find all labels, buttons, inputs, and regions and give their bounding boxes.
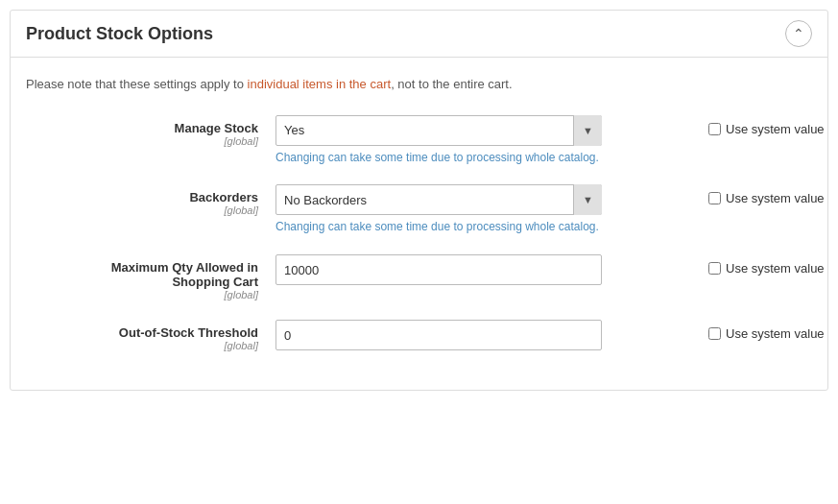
max-qty-label-col: Maximum Qty Allowed inShopping Cart [glo…: [26, 254, 275, 300]
backorders-select[interactable]: No Backorders Allow Qty Below 0 Allow Qt…: [275, 184, 602, 215]
backorders-scope: [global]: [26, 204, 258, 216]
backorders-note: Changing can take some time due to proce…: [275, 219, 602, 235]
manage-stock-system-value-col: Use system value: [695, 115, 812, 138]
manage-stock-row: Manage Stock [global] Yes No ▼ Changing …: [26, 115, 812, 166]
manage-stock-system-value-label[interactable]: Use system value: [708, 121, 812, 138]
collapse-button[interactable]: ⌃: [785, 20, 812, 47]
max-qty-input[interactable]: [275, 254, 602, 285]
out-of-stock-system-value-col: Use system value: [695, 320, 812, 343]
out-of-stock-scope: [global]: [26, 340, 258, 351]
out-of-stock-system-value-checkbox[interactable]: [708, 327, 721, 340]
out-of-stock-system-value-text: Use system value: [726, 325, 812, 343]
manage-stock-select-wrapper: Yes No ▼: [275, 115, 602, 146]
out-of-stock-label-col: Out-of-Stock Threshold [global]: [26, 320, 275, 351]
notice-text: Please note that these settings apply to…: [26, 75, 812, 94]
backorders-field-col: No Backorders Allow Qty Below 0 Allow Qt…: [275, 184, 695, 235]
max-qty-system-value-col: Use system value: [695, 254, 812, 277]
max-qty-scope: [global]: [26, 289, 258, 300]
out-of-stock-row: Out-of-Stock Threshold [global] Use syst…: [26, 320, 812, 351]
out-of-stock-input[interactable]: [275, 320, 602, 350]
max-qty-label: Maximum Qty Allowed inShopping Cart: [26, 260, 258, 289]
backorders-system-value-text: Use system value: [726, 190, 812, 207]
backorders-label: Backorders: [26, 190, 258, 204]
notice-highlight: individual items in the cart: [248, 77, 392, 91]
notice-suffix: , not to the entire cart.: [391, 77, 512, 91]
backorders-system-value-label[interactable]: Use system value: [708, 190, 812, 207]
max-qty-field-col: [275, 254, 695, 285]
max-qty-system-value-label[interactable]: Use system value: [708, 260, 812, 277]
panel-body: Please note that these settings apply to…: [11, 58, 827, 390]
max-qty-system-value-text: Use system value: [726, 260, 812, 277]
notice-prefix: Please note that these settings apply to: [26, 77, 248, 91]
backorders-system-value-col: Use system value: [695, 184, 812, 207]
manage-stock-field-col: Yes No ▼ Changing can take some time due…: [275, 115, 695, 166]
backorders-label-col: Backorders [global]: [26, 184, 275, 216]
product-stock-options-panel: Product Stock Options ⌃ Please note that…: [10, 10, 828, 391]
backorders-system-value-checkbox[interactable]: [708, 192, 721, 204]
out-of-stock-system-value-label[interactable]: Use system value: [708, 325, 812, 343]
manage-stock-system-value-checkbox[interactable]: [708, 123, 721, 135]
backorders-select-wrapper: No Backorders Allow Qty Below 0 Allow Qt…: [275, 184, 602, 215]
max-qty-row: Maximum Qty Allowed inShopping Cart [glo…: [26, 254, 812, 300]
manage-stock-scope: [global]: [26, 135, 258, 147]
manage-stock-select[interactable]: Yes No: [275, 115, 602, 146]
max-qty-system-value-checkbox[interactable]: [708, 262, 721, 275]
manage-stock-label: Manage Stock: [26, 121, 258, 135]
backorders-row: Backorders [global] No Backorders Allow …: [26, 184, 812, 235]
panel-title: Product Stock Options: [26, 24, 213, 44]
out-of-stock-label: Out-of-Stock Threshold: [26, 325, 258, 340]
manage-stock-system-value-text: Use system value: [726, 121, 812, 138]
manage-stock-note: Changing can take some time due to proce…: [275, 150, 602, 166]
manage-stock-label-col: Manage Stock [global]: [26, 115, 275, 147]
panel-header: Product Stock Options ⌃: [11, 11, 827, 58]
out-of-stock-field-col: [275, 320, 695, 350]
